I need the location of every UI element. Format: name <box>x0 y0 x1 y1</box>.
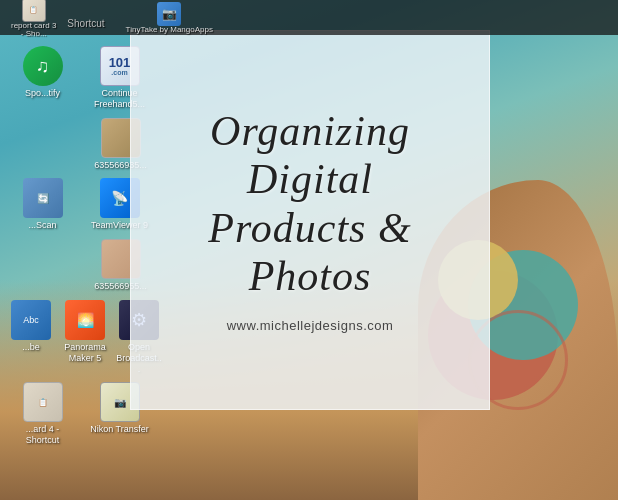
card-title: Organizing Digital Products & Photos <box>208 107 411 300</box>
tinytake-label: TinyTake by MangoApps <box>126 26 213 34</box>
card4-label: ...ard 4 - Shortcut <box>8 424 77 446</box>
icon-pcmag[interactable]: Abc ...be <box>5 297 57 377</box>
nikon-label: Nikon Transfer <box>90 424 149 435</box>
spotify-label: Spo...tify <box>25 88 60 99</box>
pcmag-label: ...be <box>22 342 40 353</box>
desktop: 📋 report card 3 - Sho... Shortcut 📷 Tiny… <box>0 0 618 500</box>
scan-icon-img: 🔄 <box>23 178 63 218</box>
title-line3: Products & <box>208 205 411 251</box>
card-url: www.michellejdesigns.com <box>227 318 394 333</box>
title-line1: Organizing <box>210 108 410 154</box>
main-card: Organizing Digital Products & Photos www… <box>130 30 490 410</box>
card4-icon-img: 📋 <box>23 382 63 422</box>
icon-spotify[interactable]: ♫ Spo...tify <box>5 43 80 113</box>
top-bar-tinytake[interactable]: 📷 TinyTake by MangoApps <box>123 0 216 36</box>
panorama-icon-img: 🌅 <box>65 300 105 340</box>
top-bar-report[interactable]: 📋 report card 3 - Sho... <box>8 0 59 40</box>
pcmag-icon-img: Abc <box>11 300 51 340</box>
icon-card4[interactable]: 📋 ...ard 4 - Shortcut <box>5 379 80 449</box>
title-line2: Digital <box>247 156 373 202</box>
top-bar: 📋 report card 3 - Sho... Shortcut 📷 Tiny… <box>0 0 618 35</box>
shortcut-label: Shortcut <box>67 7 104 29</box>
spotify-icon-img: ♫ <box>23 46 63 86</box>
report-icon: 📋 <box>22 0 46 22</box>
report-sub: - Sho... <box>21 30 47 38</box>
scan-label: ...Scan <box>28 220 56 231</box>
title-line4: Photos <box>249 253 372 299</box>
panorama-label: Panorama Maker 5 <box>62 342 108 364</box>
tinytake-icon: 📷 <box>157 2 181 26</box>
top-bar-shortcut: Shortcut <box>64 5 107 31</box>
icon-panorama[interactable]: 🌅 Panorama Maker 5 <box>59 297 111 377</box>
icon-scan[interactable]: 🔄 ...Scan <box>5 175 80 234</box>
